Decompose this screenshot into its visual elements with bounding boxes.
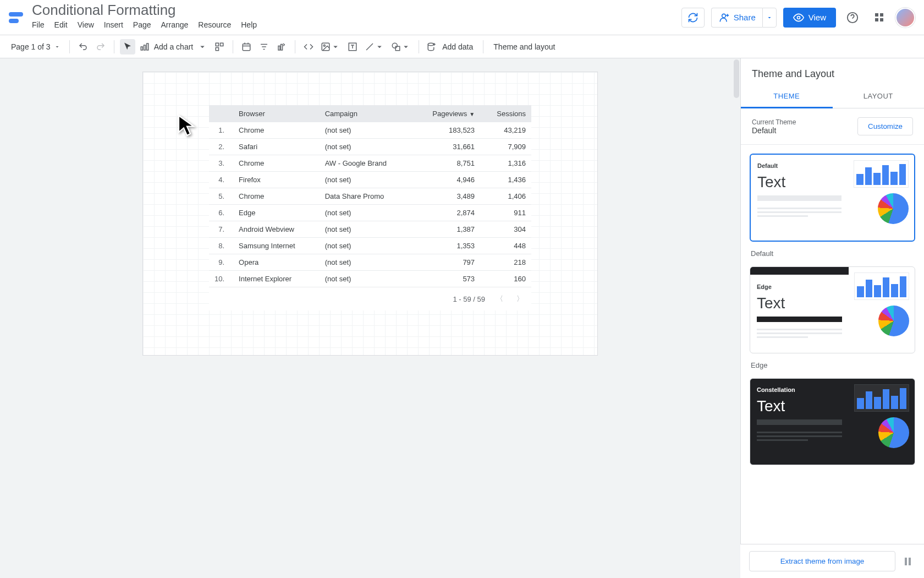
page-selector[interactable]: Page 1 of 3 (8, 40, 64, 53)
current-theme-label: Current Theme (752, 118, 796, 126)
shape-button[interactable] (389, 39, 413, 54)
svg-rect-19 (278, 46, 280, 50)
help-button[interactable] (843, 8, 862, 28)
svg-rect-12 (243, 43, 250, 50)
share-button[interactable]: Share (711, 8, 762, 28)
col-pageviews[interactable]: Pageviews▼ (413, 105, 481, 122)
prev-page-button[interactable]: 〈 (494, 292, 505, 306)
extract-theme-button[interactable]: Extract theme from image (749, 551, 895, 571)
menu-page[interactable]: Page (129, 19, 156, 30)
line-button[interactable] (362, 39, 387, 54)
menu-file[interactable]: File (28, 19, 49, 30)
table-row[interactable]: 10. Internet Explorer (not set) 573 160 (209, 271, 531, 287)
filter-button[interactable] (256, 39, 272, 54)
chart-icon (140, 42, 150, 52)
theme-card-default[interactable]: Default Text (750, 154, 915, 242)
theme-layout-label: Theme and layout (491, 42, 557, 51)
redo-button[interactable] (93, 39, 108, 54)
filter-icon (259, 42, 269, 52)
mini-bar-chart-icon (854, 160, 909, 188)
table-row[interactable]: 8. Samsung Internet (not set) 1,353 448 (209, 238, 531, 254)
select-tool[interactable] (120, 39, 135, 54)
undo-button[interactable] (75, 39, 91, 54)
eye-icon (793, 12, 804, 23)
image-button[interactable] (318, 39, 343, 54)
table-row[interactable]: 4. Firefox (not set) 4,946 1,436 (209, 172, 531, 188)
view-label: View (809, 13, 826, 22)
theme-list[interactable]: Default Text Default Edge (741, 145, 924, 578)
pause-button[interactable] (900, 554, 915, 569)
mini-pie-chart-icon (878, 193, 909, 224)
image-icon (321, 42, 331, 52)
canvas-area[interactable]: Browser Campaign Pageviews▼ Sessions 1. … (0, 58, 740, 578)
table-row[interactable]: 6. Edge (not set) 2,874 911 (209, 205, 531, 221)
col-campaign[interactable]: Campaign (320, 105, 413, 122)
svg-line-24 (366, 43, 373, 50)
table-row[interactable]: 3. Chrome AW - Google Brand 8,751 1,316 (209, 155, 531, 172)
theme-card-edge[interactable]: Edge Text (750, 266, 915, 353)
col-browser[interactable]: Browser (233, 105, 320, 122)
theme-layout-panel: Theme and Layout THEME LAYOUT Current Th… (740, 58, 924, 578)
menu-edit[interactable]: Edit (50, 19, 72, 30)
refresh-icon (688, 12, 698, 23)
tab-theme[interactable]: THEME (741, 85, 833, 108)
col-sessions[interactable]: Sessions (480, 105, 531, 122)
menu-insert[interactable]: Insert (100, 19, 128, 30)
menu-help[interactable]: Help (237, 19, 261, 30)
text-button[interactable] (345, 39, 360, 54)
add-chart-label: Add a chart (152, 42, 196, 51)
header: Conditional Formatting File Edit View In… (0, 0, 924, 35)
help-icon (846, 12, 859, 24)
table-row[interactable]: 7. Android Webview (not set) 1,387 304 (209, 221, 531, 238)
table-row[interactable]: 5. Chrome Data Share Promo 3,489 1,406 (209, 188, 531, 205)
tab-layout[interactable]: LAYOUT (833, 85, 925, 108)
account-avatar[interactable] (895, 8, 915, 28)
app-logo (9, 9, 25, 26)
cursor-icon (123, 42, 133, 52)
theme-card-constellation[interactable]: Constellation Text (750, 378, 915, 465)
svg-point-27 (428, 43, 434, 46)
data-table-chart[interactable]: Browser Campaign Pageviews▼ Sessions 1. … (209, 105, 531, 310)
apps-button[interactable] (869, 8, 889, 28)
menu-arrange[interactable]: Arrange (157, 19, 193, 30)
current-theme-name: Default (752, 126, 796, 135)
data-control-button[interactable] (274, 39, 289, 54)
redo-icon (96, 42, 106, 52)
table-row[interactable]: 2. Safari (not set) 31,661 7,909 (209, 139, 531, 155)
add-data-button[interactable]: Add data (425, 39, 477, 54)
sort-desc-icon: ▼ (469, 111, 475, 117)
code-icon (304, 42, 314, 52)
shape-icon (391, 42, 401, 52)
doc-title[interactable]: Conditional Formatting (32, 2, 261, 18)
menu-view[interactable]: View (73, 19, 98, 30)
svg-point-3 (797, 16, 800, 19)
panel-title: Theme and Layout (741, 58, 924, 85)
theme-layout-button[interactable]: Theme and layout (489, 39, 559, 54)
menu-resource[interactable]: Resource (194, 19, 235, 30)
view-button[interactable]: View (783, 8, 836, 28)
share-label: Share (734, 13, 756, 22)
table-row[interactable]: 1. Chrome (not set) 183,523 43,219 (209, 122, 531, 139)
svg-point-22 (323, 45, 325, 46)
add-chart-button[interactable]: Add a chart (138, 39, 210, 54)
share-dropdown[interactable] (762, 8, 777, 28)
url-embed-button[interactable] (301, 39, 316, 54)
refresh-button[interactable] (681, 8, 705, 28)
svg-rect-26 (395, 46, 400, 51)
theme-name-default: Default (750, 246, 915, 266)
date-range-button[interactable] (239, 39, 254, 54)
cursor-icon (177, 113, 197, 139)
svg-rect-11 (216, 47, 218, 50)
community-viz-button[interactable] (212, 39, 227, 54)
chevron-down-icon (197, 42, 207, 52)
table-row[interactable]: 9. Opera (not set) 797 218 (209, 254, 531, 271)
chevron-down-icon (54, 43, 61, 50)
svg-rect-20 (281, 44, 283, 50)
col-index[interactable] (209, 105, 233, 122)
mini-bar-chart-icon (854, 384, 909, 412)
canvas-scrollbar[interactable] (733, 58, 740, 578)
customize-button[interactable]: Customize (857, 117, 913, 135)
text-icon (348, 42, 358, 52)
next-page-button[interactable]: 〉 (514, 292, 526, 306)
report-canvas[interactable]: Browser Campaign Pageviews▼ Sessions 1. … (142, 72, 598, 356)
